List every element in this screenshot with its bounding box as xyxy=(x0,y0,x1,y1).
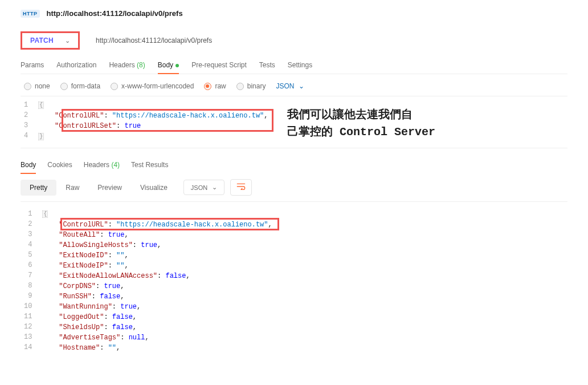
view-preview[interactable]: Preview xyxy=(88,180,131,196)
response-body-viewer[interactable]: 1234567891011121314 { "ControlURL": "htt… xyxy=(21,201,567,359)
body-type-options: none form-data x-www-form-urlencoded raw… xyxy=(21,80,567,96)
tab-settings[interactable]: Settings xyxy=(288,58,312,74)
radio-raw[interactable]: raw xyxy=(204,82,226,90)
tab-params[interactable]: Params xyxy=(21,58,44,74)
method-label: PATCH xyxy=(30,37,54,44)
resp-tab-cookies[interactable]: Cookies xyxy=(47,157,72,173)
view-raw[interactable]: Raw xyxy=(56,180,88,196)
chevron-down-icon: ⌄ xyxy=(212,184,217,191)
chevron-down-icon: ⌄ xyxy=(65,37,70,44)
radio-formdata[interactable]: form-data xyxy=(60,82,100,90)
view-visualize[interactable]: Visualize xyxy=(131,180,177,196)
tab-authorization[interactable]: Authorization xyxy=(56,58,96,74)
response-view-row: Pretty Raw Preview Visualize JSON⌄ xyxy=(21,179,567,196)
method-select[interactable]: PATCH ⌄ xyxy=(21,31,80,50)
line-gutter: 1234 xyxy=(21,100,38,142)
wrap-icon xyxy=(236,183,246,190)
url-input[interactable] xyxy=(89,31,567,50)
wrap-lines-button[interactable] xyxy=(230,179,252,196)
tab-body[interactable]: Body xyxy=(158,58,179,74)
radio-binary[interactable]: binary xyxy=(236,82,266,90)
resp-tab-tests[interactable]: Test Results xyxy=(131,157,168,173)
line-gutter: 1234567891011121314 xyxy=(21,209,42,353)
annotation-text: 我們可以讓他去連我們自 己掌控的 Control Server xyxy=(287,107,435,141)
chevron-down-icon: ⌄ xyxy=(299,82,304,90)
resp-tab-body[interactable]: Body xyxy=(21,157,36,173)
http-badge-icon: HTTP xyxy=(21,10,40,18)
radio-none[interactable]: none xyxy=(24,82,50,90)
request-tabs: Params Authorization Headers (8) Body Pr… xyxy=(21,58,567,74)
response-language-select[interactable]: JSON⌄ xyxy=(183,180,224,195)
request-header: HTTP http://localhost:41112/localapi/v0/… xyxy=(21,9,567,18)
request-title: http://localhost:41112/localapi/v0/prefs xyxy=(47,9,183,18)
resp-tab-headers[interactable]: Headers (4) xyxy=(84,157,120,173)
body-language-select[interactable]: JSON⌄ xyxy=(276,82,304,90)
tab-headers[interactable]: Headers (8) xyxy=(109,58,145,74)
response-tabs: Body Cookies Headers (4) Test Results xyxy=(21,157,567,173)
tab-prerequest[interactable]: Pre-request Script xyxy=(191,58,247,74)
radio-xwww[interactable]: x-www-form-urlencoded xyxy=(111,82,194,90)
tab-tests[interactable]: Tests xyxy=(259,58,275,74)
view-pretty[interactable]: Pretty xyxy=(21,180,56,196)
modified-dot-icon xyxy=(175,64,179,67)
request-body-editor[interactable]: 1234 { "ControlURL": "https://headscale-… xyxy=(21,96,567,148)
